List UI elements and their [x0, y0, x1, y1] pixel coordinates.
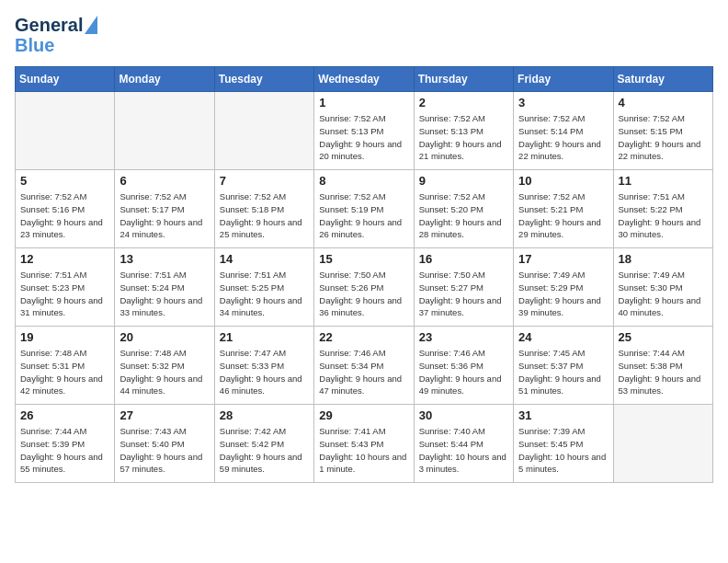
day-number: 12 [20, 252, 109, 266]
day-info: Sunrise: 7:52 AM Sunset: 5:18 PM Dayligh… [220, 190, 309, 241]
day-number: 7 [220, 174, 309, 188]
day-info: Sunrise: 7:52 AM Sunset: 5:14 PM Dayligh… [518, 112, 608, 163]
day-info: Sunrise: 7:52 AM Sunset: 5:16 PM Dayligh… [20, 190, 109, 241]
day-info: Sunrise: 7:51 AM Sunset: 5:24 PM Dayligh… [119, 269, 209, 319]
day-number: 11 [619, 174, 708, 188]
day-number: 1 [319, 96, 408, 109]
day-number: 5 [20, 174, 109, 188]
day-number: 9 [419, 174, 508, 188]
day-info: Sunrise: 7:44 AM Sunset: 5:39 PM Dayligh… [20, 425, 109, 476]
day-info: Sunrise: 7:39 AM Sunset: 5:45 PM Dayligh… [518, 425, 608, 476]
day-cell [613, 405, 712, 483]
week-row-1: 1Sunrise: 7:52 AM Sunset: 5:13 PM Daylig… [16, 92, 713, 170]
day-cell: 8Sunrise: 7:52 AM Sunset: 5:19 PM Daylig… [314, 170, 414, 248]
day-info: Sunrise: 7:44 AM Sunset: 5:38 PM Dayligh… [619, 347, 708, 397]
day-info: Sunrise: 7:40 AM Sunset: 5:44 PM Dayligh… [419, 425, 508, 476]
day-number: 14 [220, 252, 309, 266]
day-cell: 27Sunrise: 7:43 AM Sunset: 5:40 PM Dayli… [115, 405, 214, 483]
day-info: Sunrise: 7:50 AM Sunset: 5:27 PM Dayligh… [419, 269, 508, 319]
day-info: Sunrise: 7:43 AM Sunset: 5:40 PM Dayligh… [119, 425, 209, 476]
day-cell: 22Sunrise: 7:46 AM Sunset: 5:34 PM Dayli… [314, 327, 414, 405]
day-info: Sunrise: 7:49 AM Sunset: 5:30 PM Dayligh… [619, 269, 708, 319]
calendar-table: SundayMondayTuesdayWednesdayThursdayFrid… [15, 66, 713, 483]
day-info: Sunrise: 7:51 AM Sunset: 5:25 PM Dayligh… [220, 269, 309, 319]
day-info: Sunrise: 7:52 AM Sunset: 5:13 PM Dayligh… [419, 112, 508, 163]
week-row-3: 12Sunrise: 7:51 AM Sunset: 5:23 PM Dayli… [16, 248, 713, 327]
day-cell: 30Sunrise: 7:40 AM Sunset: 5:44 PM Dayli… [414, 405, 513, 483]
day-number: 26 [20, 408, 109, 422]
day-cell: 17Sunrise: 7:49 AM Sunset: 5:29 PM Dayli… [514, 248, 613, 327]
day-cell: 3Sunrise: 7:52 AM Sunset: 5:14 PM Daylig… [514, 92, 613, 170]
day-cell: 21Sunrise: 7:47 AM Sunset: 5:33 PM Dayli… [214, 327, 313, 405]
day-info: Sunrise: 7:45 AM Sunset: 5:37 PM Dayligh… [518, 347, 608, 397]
day-cell [16, 92, 115, 170]
day-info: Sunrise: 7:48 AM Sunset: 5:32 PM Dayligh… [119, 347, 209, 397]
day-number: 4 [619, 96, 708, 109]
week-row-4: 19Sunrise: 7:48 AM Sunset: 5:31 PM Dayli… [16, 327, 713, 405]
day-cell [214, 92, 313, 170]
day-cell: 29Sunrise: 7:41 AM Sunset: 5:43 PM Dayli… [314, 405, 414, 483]
day-info: Sunrise: 7:47 AM Sunset: 5:33 PM Dayligh… [220, 347, 309, 397]
day-info: Sunrise: 7:48 AM Sunset: 5:31 PM Dayligh… [20, 347, 109, 397]
day-number: 3 [518, 96, 608, 109]
day-cell: 12Sunrise: 7:51 AM Sunset: 5:23 PM Dayli… [16, 248, 115, 327]
header-cell-friday: Friday [514, 67, 613, 92]
week-row-2: 5Sunrise: 7:52 AM Sunset: 5:16 PM Daylig… [16, 170, 713, 248]
day-number: 20 [119, 330, 209, 344]
logo-text-general: General [15, 15, 83, 35]
day-info: Sunrise: 7:52 AM Sunset: 5:17 PM Dayligh… [119, 190, 209, 241]
day-info: Sunrise: 7:41 AM Sunset: 5:43 PM Dayligh… [319, 425, 408, 476]
day-cell: 24Sunrise: 7:45 AM Sunset: 5:37 PM Dayli… [514, 327, 613, 405]
header-cell-sunday: Sunday [16, 67, 115, 92]
day-info: Sunrise: 7:51 AM Sunset: 5:23 PM Dayligh… [20, 269, 109, 319]
day-cell: 13Sunrise: 7:51 AM Sunset: 5:24 PM Dayli… [115, 248, 214, 327]
day-info: Sunrise: 7:52 AM Sunset: 5:19 PM Dayligh… [319, 190, 408, 241]
day-cell: 2Sunrise: 7:52 AM Sunset: 5:13 PM Daylig… [414, 92, 513, 170]
day-number: 19 [20, 330, 109, 344]
logo-text-blue: Blue [15, 35, 54, 55]
day-cell: 15Sunrise: 7:50 AM Sunset: 5:26 PM Dayli… [314, 248, 414, 327]
day-info: Sunrise: 7:52 AM Sunset: 5:13 PM Dayligh… [319, 112, 408, 163]
logo-triangle-icon [85, 16, 97, 34]
day-cell: 19Sunrise: 7:48 AM Sunset: 5:31 PM Dayli… [16, 327, 115, 405]
day-cell: 23Sunrise: 7:46 AM Sunset: 5:36 PM Dayli… [414, 327, 513, 405]
logo: General Blue [15, 15, 97, 55]
day-info: Sunrise: 7:52 AM Sunset: 5:21 PM Dayligh… [518, 190, 608, 241]
day-info: Sunrise: 7:51 AM Sunset: 5:22 PM Dayligh… [619, 190, 708, 241]
day-number: 6 [119, 174, 209, 188]
header-cell-thursday: Thursday [414, 67, 513, 92]
day-cell: 25Sunrise: 7:44 AM Sunset: 5:38 PM Dayli… [613, 327, 712, 405]
day-number: 29 [319, 408, 408, 422]
day-number: 16 [419, 252, 508, 266]
day-number: 13 [119, 252, 209, 266]
day-number: 27 [119, 408, 209, 422]
day-cell: 9Sunrise: 7:52 AM Sunset: 5:20 PM Daylig… [414, 170, 513, 248]
day-info: Sunrise: 7:42 AM Sunset: 5:42 PM Dayligh… [220, 425, 309, 476]
day-number: 24 [518, 330, 608, 344]
day-cell: 16Sunrise: 7:50 AM Sunset: 5:27 PM Dayli… [414, 248, 513, 327]
day-number: 2 [419, 96, 508, 109]
day-info: Sunrise: 7:46 AM Sunset: 5:36 PM Dayligh… [419, 347, 508, 397]
day-cell: 14Sunrise: 7:51 AM Sunset: 5:25 PM Dayli… [214, 248, 313, 327]
day-number: 28 [220, 408, 309, 422]
day-number: 25 [619, 330, 708, 344]
day-cell: 7Sunrise: 7:52 AM Sunset: 5:18 PM Daylig… [214, 170, 313, 248]
day-number: 18 [619, 252, 708, 266]
day-number: 10 [518, 174, 608, 188]
day-cell: 18Sunrise: 7:49 AM Sunset: 5:30 PM Dayli… [613, 248, 712, 327]
header-row: SundayMondayTuesdayWednesdayThursdayFrid… [16, 67, 713, 92]
header-cell-saturday: Saturday [613, 67, 712, 92]
day-number: 30 [419, 408, 508, 422]
day-cell [115, 92, 214, 170]
day-number: 17 [518, 252, 608, 266]
day-info: Sunrise: 7:52 AM Sunset: 5:20 PM Dayligh… [419, 190, 508, 241]
day-info: Sunrise: 7:46 AM Sunset: 5:34 PM Dayligh… [319, 347, 408, 397]
header-cell-monday: Monday [115, 67, 214, 92]
day-number: 8 [319, 174, 408, 188]
day-info: Sunrise: 7:52 AM Sunset: 5:15 PM Dayligh… [619, 112, 708, 163]
day-cell: 5Sunrise: 7:52 AM Sunset: 5:16 PM Daylig… [16, 170, 115, 248]
day-number: 22 [319, 330, 408, 344]
day-cell: 4Sunrise: 7:52 AM Sunset: 5:15 PM Daylig… [613, 92, 712, 170]
day-cell: 31Sunrise: 7:39 AM Sunset: 5:45 PM Dayli… [514, 405, 613, 483]
day-number: 15 [319, 252, 408, 266]
